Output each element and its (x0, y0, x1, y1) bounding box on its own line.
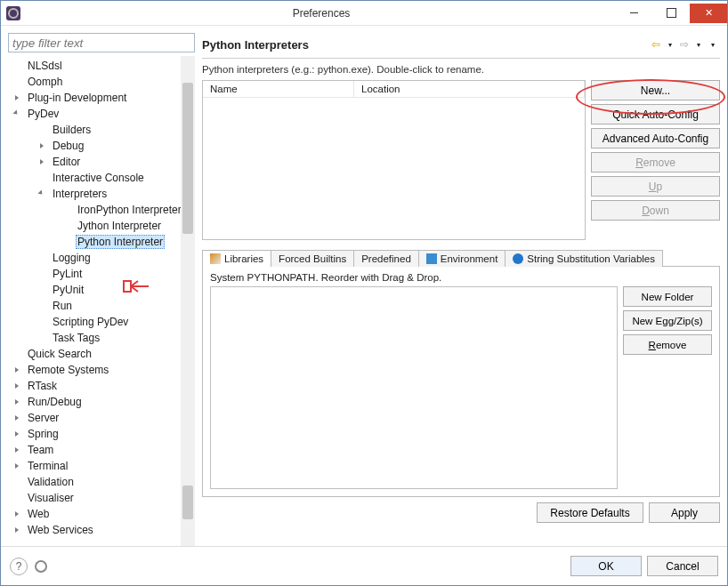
tree-item[interactable]: Logging (38, 250, 193, 266)
back-icon[interactable]: ⇦ (649, 37, 663, 52)
tree-item[interactable]: Oomph (13, 74, 193, 90)
back-dropdown-icon[interactable]: ▾ (663, 37, 677, 52)
tree-item[interactable]: NLSdsl (13, 58, 193, 74)
tree-item[interactable]: Jython Interpreter (63, 218, 193, 234)
tab-label: Predefined (361, 253, 411, 264)
remove-button[interactable]: Remove (623, 334, 712, 355)
new-egg-zip-s--button[interactable]: New Egg/Zip(s) (623, 310, 712, 331)
tree-label[interactable]: Editor (51, 156, 82, 168)
apply-button[interactable]: Apply (649, 502, 720, 523)
tree-label[interactable]: Logging (51, 252, 93, 264)
forward-dropdown-icon[interactable]: ▾ (692, 37, 706, 52)
tree-label[interactable]: Visualiser (26, 492, 76, 504)
tree-label[interactable]: Scripting PyDev (51, 316, 130, 328)
tree-label[interactable]: Run (51, 300, 74, 312)
tree-item[interactable]: Terminal (13, 458, 193, 474)
tree-item[interactable]: Visualiser (13, 490, 193, 506)
tree-item[interactable]: RTask (13, 378, 193, 394)
tree-label[interactable]: Web Services (26, 524, 95, 536)
record-icon[interactable] (35, 560, 47, 573)
tree-item[interactable]: Remote Systems (13, 362, 193, 378)
tree-item[interactable]: Editor (38, 154, 193, 170)
forward-icon[interactable]: ⇨ (677, 37, 692, 52)
tree-label[interactable]: Interpreters (51, 188, 109, 200)
tree-item[interactable]: Interactive Console (38, 170, 193, 186)
col-location[interactable]: Location (354, 81, 585, 97)
tree-label[interactable]: Python Interpreter (76, 235, 165, 249)
page-title: Python Interpreters (202, 38, 309, 52)
tree-label[interactable]: Quick Search (26, 348, 93, 360)
tree-item[interactable]: IronPython Interpreter (63, 202, 193, 218)
tree-label[interactable]: Team (26, 444, 55, 456)
minimize-button[interactable] (615, 4, 652, 23)
tree-label[interactable]: Remote Systems (26, 364, 110, 376)
tree-label[interactable]: Spring (26, 428, 61, 440)
tree-item[interactable]: Run (38, 298, 193, 314)
tree-item[interactable]: Validation (13, 474, 193, 490)
tree-label[interactable]: PyLint (51, 268, 84, 280)
up-button[interactable]: Up (591, 176, 720, 197)
maximize-button[interactable] (652, 4, 690, 23)
tree-item[interactable]: Web (13, 506, 193, 522)
tree-item[interactable]: InterpretersIronPython InterpreterJython… (38, 186, 193, 250)
app-icon (6, 6, 20, 20)
tree-label[interactable]: Server (26, 412, 61, 424)
tree-item[interactable]: PyDevBuildersDebugEditorInteractive Cons… (13, 106, 193, 346)
new-folder-button[interactable]: New Folder (623, 286, 712, 307)
tree-item[interactable]: Scripting PyDev (38, 314, 193, 330)
tree-item[interactable]: PyUnit (38, 282, 193, 298)
tree-label[interactable]: Jython Interpreter (76, 220, 163, 232)
tree-label[interactable]: Debug (51, 140, 85, 152)
restore-defaults-button[interactable]: Restore Defaults (537, 502, 643, 523)
close-button[interactable] (690, 4, 727, 23)
tree-item[interactable]: Run/Debug (13, 394, 193, 410)
tree-item[interactable]: Server (13, 410, 193, 426)
remove-button[interactable]: Remove (591, 152, 720, 173)
tab-forced-builtins[interactable]: Forced Builtins (271, 250, 354, 267)
preferences-tree[interactable]: NLSdslOomphPlug-in DevelopmentPyDevBuild… (8, 56, 193, 540)
tree-label[interactable]: NLSdsl (26, 60, 64, 72)
tree-item[interactable]: Quick Search (13, 346, 193, 362)
tree-label[interactable]: Terminal (26, 460, 69, 472)
tree-label[interactable]: Validation (26, 476, 76, 488)
tree-item[interactable]: Web Services (13, 522, 193, 538)
tree-label[interactable]: IronPython Interpreter (76, 204, 183, 216)
scroll-thumb[interactable] (182, 83, 193, 234)
tree-label[interactable]: Web (26, 508, 51, 520)
advanced-auto-config-button[interactable]: Advanced Auto-Config (591, 128, 720, 149)
tree-item[interactable]: Builders (38, 122, 193, 138)
tree-item[interactable]: Task Tags (38, 330, 193, 346)
tree-label[interactable]: Task Tags (51, 332, 101, 344)
scroll-thumb-2[interactable] (182, 486, 193, 519)
tree-item[interactable]: Team (13, 442, 193, 458)
pythonpath-list[interactable] (210, 286, 618, 489)
cancel-button[interactable]: Cancel (647, 556, 718, 576)
tree-label[interactable]: Builders (51, 124, 93, 136)
interpreters-table[interactable]: Name Location (202, 80, 586, 240)
tree-item[interactable]: Spring (13, 426, 193, 442)
tree-scrollbar[interactable] (181, 56, 195, 546)
tab-predefined[interactable]: Predefined (353, 250, 419, 267)
menu-dropdown-icon[interactable]: ▾ (706, 37, 720, 52)
tree-label[interactable]: PyUnit (51, 284, 85, 296)
tree-label[interactable]: RTask (26, 380, 59, 392)
tree-item[interactable]: PyLint (38, 266, 193, 282)
tree-label[interactable]: Oomph (26, 76, 64, 88)
tree-label[interactable]: PyDev (26, 108, 61, 120)
tab-libraries[interactable]: Libraries (202, 250, 271, 267)
tree-item[interactable]: Debug (38, 138, 193, 154)
tab-string-substitution-variables[interactable]: String Substitution Variables (505, 250, 663, 267)
down-button[interactable]: Down (591, 200, 720, 221)
tree-label[interactable]: Plug-in Development (26, 92, 128, 104)
tab-environment[interactable]: Environment (418, 250, 506, 267)
help-icon[interactable]: ? (10, 558, 28, 575)
tree-item[interactable]: Plug-in Development (13, 90, 193, 106)
tree-item[interactable]: Python Interpreter (63, 234, 193, 250)
quick-auto-config-button[interactable]: Quick Auto-Config (591, 104, 720, 124)
new--button[interactable]: New... (591, 80, 720, 100)
ok-button[interactable]: OK (570, 556, 642, 576)
tree-label[interactable]: Interactive Console (51, 172, 146, 184)
filter-input[interactable] (8, 33, 195, 52)
tree-label[interactable]: Run/Debug (26, 396, 84, 408)
col-name[interactable]: Name (203, 81, 354, 97)
